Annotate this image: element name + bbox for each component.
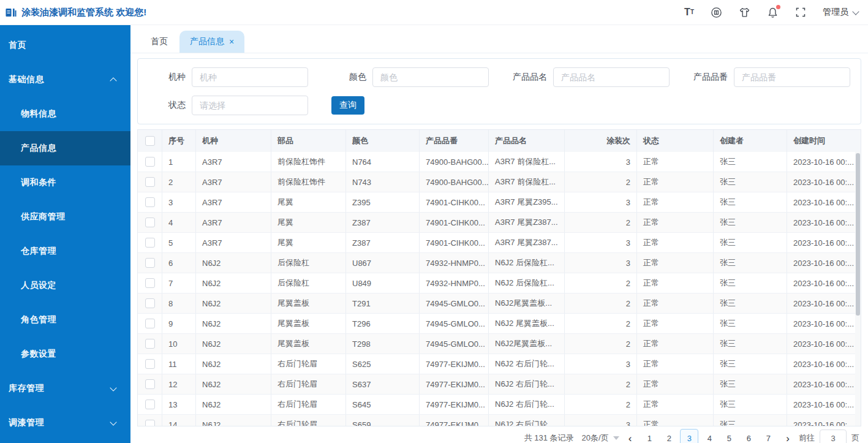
table-row-4[interactable]: 4A3R7尾翼Z38774901-CIHK00...A3R7 尾翼Z387...… [138, 213, 861, 233]
field-input-0[interactable] [192, 67, 308, 87]
next-page-icon[interactable]: › [785, 433, 791, 443]
cell-r1-c8: 张三 [714, 152, 787, 172]
locale-icon[interactable] [711, 7, 722, 18]
topbar-actions: TT [684, 7, 858, 18]
sidebar-item-11[interactable]: 调漆管理 [0, 406, 130, 440]
sidebar-item-label: 调漆管理 [9, 417, 44, 428]
page-number-1[interactable]: 1 [641, 430, 658, 443]
field-input-2[interactable] [553, 67, 670, 87]
page-number-5[interactable]: 5 [720, 430, 738, 443]
sidebar-item-3[interactable]: 产品信息 [0, 131, 130, 165]
table-row-7[interactable]: 7N6J2后保险杠U84974932-HNMP0...N6J2 后保险杠...2… [138, 273, 861, 293]
cell-r4-c5: A3R7 尾翼Z387... [489, 213, 565, 232]
cell-r8-c3: T291 [346, 293, 420, 313]
table-row-6[interactable]: 6N6J2后保险杠U86774932-HNMP0...N6J2 后保险杠...3… [138, 253, 861, 273]
table-row-2[interactable]: 2A3R7前保险杠饰件N74374900-BAHG00...A3R7 前保险杠.… [138, 172, 861, 192]
field-input-1[interactable] [372, 67, 489, 87]
sidebar-item-4[interactable]: 调和条件 [0, 165, 130, 200]
field-input-4[interactable] [192, 96, 308, 115]
tab-1[interactable]: 产品信息× [179, 31, 244, 53]
cell-r3-c3: Z395 [346, 192, 420, 212]
sidebar-item-6[interactable]: 仓库管理 [0, 234, 130, 268]
page-number-3[interactable]: 3 [680, 429, 698, 443]
page-number-7[interactable]: 7 [760, 430, 777, 443]
row-checkbox[interactable] [145, 379, 155, 389]
table-row-11[interactable]: 11N6J2右后门轮眉S62574977-EKIJM0...N6J2 右后门轮.… [138, 354, 861, 374]
table-row-12[interactable]: 12N6J2右后门轮眉S63774977-EKIJM0...N6J2 右后门轮.… [138, 374, 861, 395]
page-number-2[interactable]: 2 [660, 430, 677, 443]
cell-r2-c0: 2 [162, 172, 196, 192]
table-row-3[interactable]: 3A3R7尾翼Z39574901-CIHK00...A3R7 尾翼Z395...… [138, 192, 861, 213]
prev-page-icon[interactable]: ‹ [627, 433, 633, 443]
fullscreen-icon[interactable] [795, 7, 806, 18]
sidebar-item-7[interactable]: 人员设定 [0, 268, 130, 303]
sidebar-item-0[interactable]: 首页 [0, 28, 130, 62]
row-checkbox[interactable] [145, 298, 155, 308]
row-checkbox[interactable] [145, 339, 155, 349]
cell-r6-c8: 张三 [714, 253, 787, 273]
tab-close-icon[interactable]: × [229, 37, 234, 46]
row-checkbox-cell [138, 253, 162, 273]
row-checkbox-cell [138, 273, 162, 293]
app-logo-icon [5, 6, 17, 18]
theme-icon[interactable] [739, 7, 750, 18]
page-number-6[interactable]: 6 [740, 430, 757, 443]
cell-r12-c7: 正常 [637, 374, 714, 394]
cell-r4-c8: 张三 [714, 213, 787, 232]
vertical-scrollbar[interactable] [855, 152, 861, 426]
row-checkbox[interactable] [145, 218, 155, 227]
cell-r2-c4: 74900-BAHG00... [420, 172, 489, 192]
cell-r4-c6: 2 [565, 213, 637, 232]
row-checkbox[interactable] [145, 420, 155, 426]
cell-r10-c6: 2 [565, 334, 637, 354]
cell-r13-c3: S645 [346, 395, 420, 414]
row-checkbox[interactable] [145, 399, 155, 409]
cell-r14-c9: 2023-10-16 00:... [787, 415, 861, 426]
user-menu[interactable]: 管理员 [823, 7, 858, 18]
goto-page-input[interactable] [820, 430, 847, 443]
tab-0[interactable]: 首页 [142, 31, 177, 53]
search-field-1: 颜色 [319, 67, 499, 87]
sidebar-item-10[interactable]: 库存管理 [0, 371, 130, 406]
column-header-4: 产品品番 [420, 130, 489, 152]
sidebar-item-8[interactable]: 角色管理 [0, 303, 130, 337]
row-checkbox[interactable] [145, 238, 155, 248]
cell-r6-c9: 2023-10-16 00:... [787, 253, 861, 273]
row-checkbox[interactable] [145, 177, 155, 187]
row-checkbox[interactable] [145, 278, 155, 288]
sidebar-item-label: 人员设定 [21, 280, 56, 291]
query-button[interactable]: 查询 [331, 96, 364, 115]
row-checkbox[interactable] [145, 319, 155, 328]
table-row-13[interactable]: 13N6J2右后门轮眉S64574977-EKIJM0...N6J2 右后门轮.… [138, 395, 861, 415]
cell-r8-c4: 74945-GMLO0... [420, 293, 489, 313]
cell-r5-c3: Z387 [346, 233, 420, 252]
page-size-select[interactable]: 20条/页 [582, 433, 619, 443]
cell-r1-c3: N764 [346, 152, 420, 172]
table-row-5[interactable]: 5A3R7尾翼Z38774901-CIHK00...A3R7 尾翼Z387...… [138, 233, 861, 253]
row-checkbox[interactable] [145, 359, 155, 369]
cell-r8-c0: 8 [162, 293, 196, 313]
page-number-4[interactable]: 4 [701, 430, 718, 443]
table-row-10[interactable]: 10N6J2尾翼盖板T29874945-GMLO0...N6J2尾翼盖板...2… [138, 334, 861, 354]
row-checkbox[interactable] [145, 258, 155, 268]
cell-r3-c8: 张三 [714, 192, 787, 212]
sidebar-item-5[interactable]: 供应商管理 [0, 200, 130, 234]
row-checkbox[interactable] [145, 197, 155, 207]
notification-icon[interactable] [767, 7, 779, 18]
table-row-8[interactable]: 8N6J2尾翼盖板T29174945-GMLO0...N6J2尾翼盖板...2正… [138, 293, 861, 314]
sidebar-item-1[interactable]: 基础信息 [0, 62, 130, 97]
table-row-14[interactable]: 14N6J2右后门轮眉S65974977-EKIJM0...N6J2 右后门轮.… [138, 415, 861, 426]
table-row-9[interactable]: 9N6J2尾翼盖板T29674945-GMLO0...N6J2 尾翼盖板...2… [138, 314, 861, 334]
cell-r5-c6: 3 [565, 233, 637, 252]
scrollbar-thumb[interactable] [856, 153, 860, 316]
main-layout: 首页基础信息物料信息产品信息调和条件供应商管理仓库管理人员设定角色管理参数设置库… [0, 25, 868, 443]
cell-r14-c1: N6J2 [196, 415, 271, 426]
select-all-checkbox[interactable] [145, 136, 155, 146]
row-checkbox[interactable] [145, 157, 155, 167]
font-size-icon[interactable]: TT [684, 7, 694, 17]
sidebar-item-2[interactable]: 物料信息 [0, 97, 130, 131]
field-input-3[interactable] [734, 67, 850, 87]
cell-r6-c4: 74932-HNMP0... [420, 253, 489, 273]
sidebar-item-9[interactable]: 参数设置 [0, 337, 130, 371]
table-row-1[interactable]: 1A3R7前保险杠饰件N76474900-BAHG00...A3R7 前保险杠.… [138, 152, 861, 172]
